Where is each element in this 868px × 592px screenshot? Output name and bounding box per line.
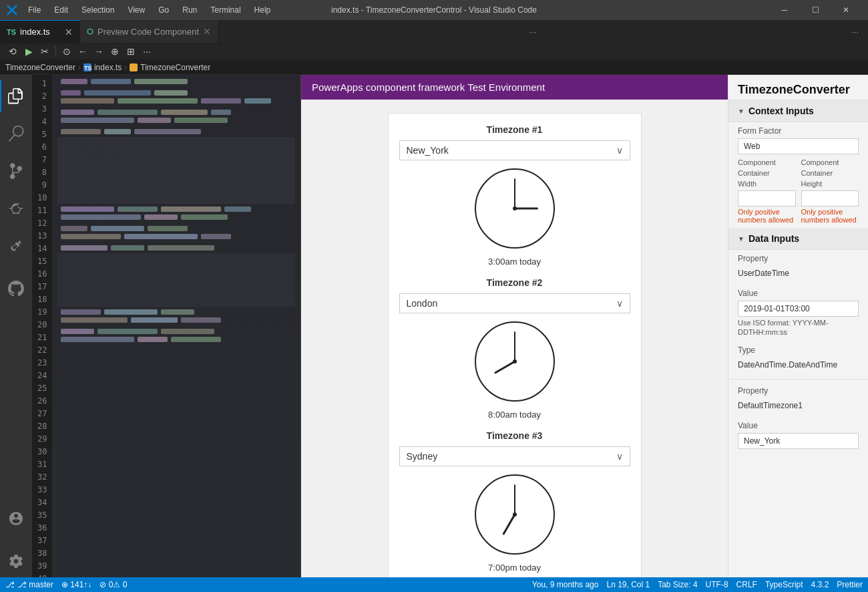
- menu-go[interactable]: Go: [153, 4, 174, 16]
- menu-edit[interactable]: Edit: [49, 4, 73, 16]
- data-inputs-section-header[interactable]: ▼ Data Inputs: [728, 228, 868, 250]
- timezone-3-chevron-icon: ∨: [616, 451, 623, 462]
- git-branch[interactable]: ⎇ ⎇ master: [5, 580, 53, 589]
- value-1-hint: Use ISO format: YYYY-MM-DDTHH:mm:ss: [738, 318, 859, 337]
- container-width-error: Only positive numbers allowed: [738, 208, 796, 224]
- form-factor-label: Form Factor: [738, 126, 859, 136]
- encoding[interactable]: UTF-8: [706, 580, 728, 589]
- git-blame[interactable]: You, 9 months ago: [532, 580, 599, 589]
- menu-selection[interactable]: Selection: [76, 4, 120, 16]
- activity-settings[interactable]: [0, 545, 32, 577]
- timezone-2-chevron-icon: ∨: [616, 298, 623, 309]
- type-1-value: DateAndTime.DateAndTime: [738, 357, 859, 372]
- menu-file[interactable]: File: [23, 4, 46, 16]
- timezone-2-clock: [475, 321, 555, 402]
- activity-extensions[interactable]: [0, 230, 32, 262]
- line-ending[interactable]: CRLF: [736, 580, 757, 589]
- breadcrumb: TimezoneConverter › TS index.ts › Timezo…: [0, 60, 868, 75]
- breadcrumb-sep-2: ›: [124, 63, 127, 72]
- minimize-button[interactable]: ─: [769, 0, 800, 20]
- tab-preview[interactable]: ⬡ Preview Code Component ✕: [80, 20, 218, 43]
- sync-status[interactable]: ⊕ 141↑↓: [61, 580, 91, 589]
- errors-warnings[interactable]: ⊘ 0⚠ 0: [99, 580, 127, 589]
- data-inputs-label: Data Inputs: [748, 233, 799, 244]
- container-height-label-1: Component: [801, 158, 859, 166]
- container-height-label-3: Height: [801, 180, 859, 188]
- menu-terminal[interactable]: Terminal: [205, 4, 246, 16]
- timezone-3-select[interactable]: Sydney ∨: [399, 446, 630, 466]
- timezone-2-label: Timezone #2: [399, 277, 630, 288]
- menu-bar: File Edit Selection View Go Run Terminal…: [23, 4, 276, 16]
- svg-text:TS: TS: [84, 65, 91, 71]
- timezone-1-label: Timezone #1: [399, 124, 630, 135]
- prettier-formatter[interactable]: Prettier: [837, 580, 863, 589]
- close-button[interactable]: ✕: [831, 0, 861, 20]
- activity-search[interactable]: [0, 118, 32, 150]
- value-2-input[interactable]: [738, 433, 859, 449]
- breadcrumb-symbol[interactable]: TimezoneConverter: [140, 63, 210, 72]
- property-1-label: Property: [738, 254, 859, 263]
- form-factor-input[interactable]: [738, 138, 859, 154]
- container-width-input[interactable]: [738, 190, 796, 206]
- main-area: 12345 678910 1112131415 1617181920 21222…: [0, 75, 868, 577]
- timezone-1-select[interactable]: New_York ∨: [399, 140, 630, 160]
- property-1-field: Property UserDateTime: [728, 250, 868, 285]
- maximize-button[interactable]: ☐: [800, 0, 831, 20]
- container-height-label-2: Container: [801, 169, 859, 177]
- language-mode[interactable]: TypeScript: [765, 580, 803, 589]
- clock-3-center: [513, 512, 517, 516]
- right-sidebar: TimezoneConverter ▼ Context Inputs Form …: [728, 75, 868, 577]
- cursor-position[interactable]: Ln 19, Col 1: [606, 580, 650, 589]
- preview-header-title: PowerApps component framework Test Envir…: [312, 82, 545, 93]
- breadcrumb-file[interactable]: index.ts: [94, 63, 122, 72]
- menu-view[interactable]: View: [122, 4, 150, 16]
- step-into-button[interactable]: →: [91, 44, 106, 59]
- clock-2-minute-hand: [514, 331, 515, 361]
- activity-bar: [0, 75, 32, 577]
- activity-github[interactable]: [0, 273, 32, 305]
- typescript-version[interactable]: 4.3.2: [811, 580, 829, 589]
- timezone-3-clock: [475, 474, 555, 555]
- debug-toolbar: ⟲ ▶ ✂ ⊙ ← → ⊕ ⊞ ···: [0, 43, 868, 60]
- timezone-2-select[interactable]: London ∨: [399, 293, 630, 313]
- indentation[interactable]: Tab Size: 4: [658, 580, 697, 589]
- timezone-3-time: 7:00pm today: [399, 563, 630, 573]
- stop-button[interactable]: ✂: [37, 44, 52, 59]
- run-button[interactable]: ▶: [21, 44, 36, 59]
- tab-close-index[interactable]: ✕: [65, 27, 73, 37]
- tab-label-preview: Preview Code Component: [97, 27, 199, 37]
- activity-source-control[interactable]: [0, 155, 32, 187]
- editor-more-button[interactable]: ···: [847, 27, 863, 37]
- activity-explorer[interactable]: [0, 80, 32, 112]
- step-back-button[interactable]: ⊙: [59, 44, 74, 59]
- timezone-2-time: 8:00am today: [399, 410, 630, 420]
- context-inputs-section-header[interactable]: ▼ Context Inputs: [728, 100, 868, 122]
- ts-breadcrumb-icon: TS: [83, 63, 91, 71]
- continue-button[interactable]: ⊞: [124, 44, 138, 59]
- activity-account[interactable]: [0, 502, 32, 535]
- step-out-button[interactable]: ⊕: [107, 44, 122, 59]
- activity-debug[interactable]: [0, 192, 32, 225]
- step-over-button[interactable]: ←: [75, 44, 90, 59]
- tab-overflow-button[interactable]: ···: [524, 20, 542, 43]
- timezone-container: Timezone #1 New_York ∨ 3:00am today: [388, 113, 642, 577]
- more-actions[interactable]: ···: [140, 44, 154, 59]
- breadcrumb-root[interactable]: TimezoneConverter: [5, 63, 75, 72]
- sidebar-title: TimezoneConverter: [728, 75, 868, 100]
- container-height-input[interactable]: [801, 190, 859, 206]
- breadcrumb-sep-1: ›: [78, 63, 81, 72]
- property-2-field: Property DefaultTimezone1: [728, 382, 868, 417]
- value-1-input[interactable]: [738, 301, 859, 317]
- property-2-value: DefaultTimezone1: [738, 398, 859, 413]
- tab-bar: TS index.ts ✕ ⬡ Preview Code Component ✕…: [0, 20, 868, 43]
- tab-label-index: index.ts: [20, 27, 50, 37]
- clock-3-hour-hand: [502, 514, 515, 535]
- tab-index-ts[interactable]: TS index.ts ✕: [0, 20, 80, 43]
- clock-3-minute-hand: [514, 484, 515, 514]
- tab-close-preview[interactable]: ✕: [203, 26, 211, 37]
- menu-help[interactable]: Help: [249, 4, 276, 16]
- restart-button[interactable]: ⟲: [5, 44, 20, 59]
- container-width-label-3: Width: [738, 180, 796, 188]
- timezone-1-section: Timezone #1 New_York ∨ 3:00am today: [399, 124, 630, 267]
- menu-run[interactable]: Run: [177, 4, 202, 16]
